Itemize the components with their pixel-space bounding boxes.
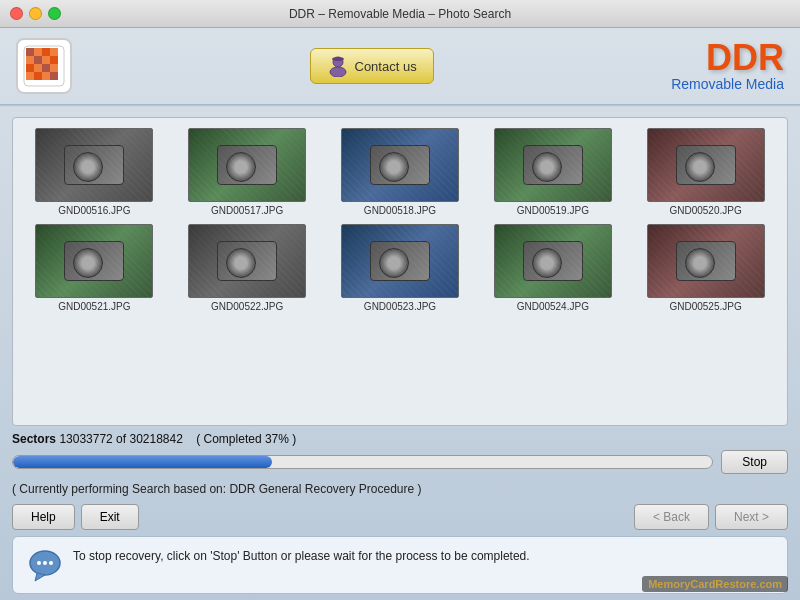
photo-thumbnail[interactable] [341, 224, 459, 298]
svg-marker-26 [35, 573, 45, 581]
svg-rect-24 [335, 57, 341, 59]
progress-total: 30218842 [129, 432, 182, 446]
photo-grid-wrapper: GND00516.JPGGND00517.JPGGND00518.JPGGND0… [12, 117, 788, 426]
photo-item: GND00524.JPG [481, 224, 624, 312]
svg-rect-14 [34, 72, 42, 80]
photo-item: GND00519.JPG [481, 128, 624, 216]
photo-thumbnail[interactable] [35, 128, 153, 202]
minimize-button[interactable] [29, 7, 42, 20]
back-button[interactable]: < Back [634, 504, 709, 530]
contact-label: Contact us [355, 59, 417, 74]
svg-rect-8 [50, 56, 58, 64]
svg-rect-17 [26, 48, 34, 56]
progress-bar-row: Stop [12, 450, 788, 474]
progress-of: of [116, 432, 126, 446]
photo-filename: GND00521.JPG [58, 301, 130, 312]
photo-thumbnail[interactable] [188, 224, 306, 298]
photo-item: GND00517.JPG [176, 128, 319, 216]
stop-button[interactable]: Stop [721, 450, 788, 474]
photo-filename: GND00518.JPG [364, 205, 436, 216]
info-icon [27, 547, 63, 583]
progress-section: Sectors 13033772 of 30218842 ( Completed… [12, 432, 788, 474]
svg-point-22 [330, 67, 346, 77]
photo-item: GND00516.JPG [23, 128, 166, 216]
svg-rect-13 [26, 72, 34, 80]
maximize-button[interactable] [48, 7, 61, 20]
app-header: Contact us DDR Removable Media [0, 28, 800, 104]
bottom-buttons: Help Exit < Back Next > [12, 504, 788, 530]
photo-thumbnail[interactable] [35, 224, 153, 298]
progress-current: 13033772 [59, 432, 112, 446]
watermark: MemoryCardRestore.com [642, 576, 788, 592]
photo-filename: GND00523.JPG [364, 301, 436, 312]
contact-button[interactable]: Contact us [310, 48, 434, 84]
photo-item: GND00523.JPG [329, 224, 472, 312]
progress-bar-bg [12, 455, 713, 469]
brand-sub: Removable Media [671, 76, 784, 92]
svg-rect-18 [42, 64, 50, 72]
svg-rect-9 [26, 64, 34, 72]
photo-thumbnail[interactable] [341, 128, 459, 202]
status-text: ( Currently performing Search based on: … [12, 480, 788, 498]
svg-rect-3 [42, 48, 50, 56]
content-wrapper: GND00516.JPGGND00517.JPGGND00518.JPGGND0… [0, 111, 800, 600]
window-title: DDR – Removable Media – Photo Search [289, 7, 511, 21]
photo-filename: GND00517.JPG [211, 205, 283, 216]
progress-completed: ( Completed 37% ) [196, 432, 296, 446]
title-bar: DDR – Removable Media – Photo Search [0, 0, 800, 28]
photo-thumbnail[interactable] [494, 128, 612, 202]
header-divider [0, 104, 800, 107]
photo-thumbnail[interactable] [188, 128, 306, 202]
svg-rect-12 [50, 64, 58, 72]
svg-point-27 [37, 561, 41, 565]
photo-filename: GND00520.JPG [669, 205, 741, 216]
photo-filename: GND00519.JPG [517, 205, 589, 216]
close-button[interactable] [10, 7, 23, 20]
app-logo [16, 38, 72, 94]
brand-ddr: DDR [671, 40, 784, 76]
sectors-label: Sectors [12, 432, 56, 446]
svg-rect-7 [42, 56, 50, 64]
svg-rect-19 [34, 56, 42, 64]
content-area: GND00516.JPGGND00517.JPGGND00518.JPGGND0… [0, 111, 800, 600]
photo-grid: GND00516.JPGGND00517.JPGGND00518.JPGGND0… [23, 128, 777, 312]
window-controls[interactable] [10, 7, 61, 20]
photo-filename: GND00516.JPG [58, 205, 130, 216]
svg-rect-15 [42, 72, 50, 80]
progress-text: Sectors 13033772 of 30218842 ( Completed… [12, 432, 296, 446]
photo-thumbnail[interactable] [494, 224, 612, 298]
help-button[interactable]: Help [12, 504, 75, 530]
svg-point-29 [49, 561, 53, 565]
photo-filename: GND00525.JPG [669, 301, 741, 312]
progress-info: Sectors 13033772 of 30218842 ( Completed… [12, 432, 788, 446]
photo-item: GND00520.JPG [634, 128, 777, 216]
photo-item: GND00521.JPG [23, 224, 166, 312]
svg-rect-20 [50, 72, 58, 80]
main-content: Contact us DDR Removable Media GND00516.… [0, 28, 800, 600]
logo-icon [22, 44, 66, 88]
svg-rect-5 [26, 56, 34, 64]
brand-area: DDR Removable Media [671, 40, 784, 92]
photo-item: GND00525.JPG [634, 224, 777, 312]
photo-filename: GND00522.JPG [211, 301, 283, 312]
svg-rect-10 [34, 64, 42, 72]
exit-button[interactable]: Exit [81, 504, 139, 530]
svg-rect-4 [50, 48, 58, 56]
contact-icon [327, 55, 349, 77]
photo-thumbnail[interactable] [647, 128, 765, 202]
progress-bar-fill [13, 456, 272, 468]
photo-thumbnail[interactable] [647, 224, 765, 298]
svg-point-28 [43, 561, 47, 565]
info-message: To stop recovery, click on 'Stop' Button… [73, 547, 530, 565]
photo-item: GND00522.JPG [176, 224, 319, 312]
photo-filename: GND00524.JPG [517, 301, 589, 312]
photo-item: GND00518.JPG [329, 128, 472, 216]
next-button[interactable]: Next > [715, 504, 788, 530]
svg-rect-2 [34, 48, 42, 56]
